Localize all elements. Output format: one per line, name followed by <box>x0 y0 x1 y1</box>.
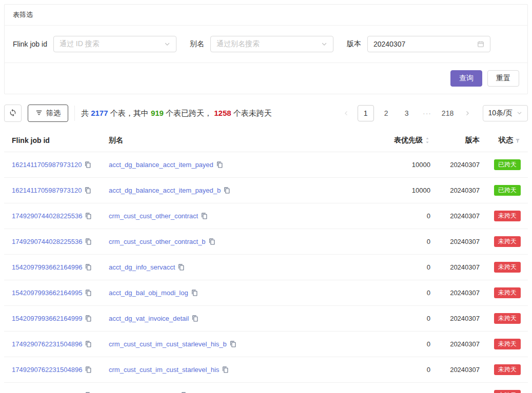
table-row: 1542097993662164996 acct_dg_info_servacc… <box>4 255 528 280</box>
page-item[interactable]: 218 <box>440 105 456 121</box>
flink-job-id-link[interactable]: 1749290744028225536 <box>12 238 82 245</box>
alias-link[interactable]: crm_cust_cust_im_cust_starlevel_his_b <box>109 340 227 348</box>
toolbar-pagination-area: 123···218 10条/页 <box>339 105 528 121</box>
table-row: 1749290762231504896 crm_cust_cust_im_cus… <box>4 332 528 357</box>
total-count: 2177 <box>91 109 108 117</box>
table-row: 1749290762231504896 crm_cust_cust_im_cus… <box>4 357 528 383</box>
header-status[interactable]: 状态 <box>484 129 528 152</box>
prev-page-icon[interactable] <box>339 105 353 121</box>
table-row: 1621411705987973120 acct_dg_balance_acct… <box>4 178 528 203</box>
alias-link[interactable]: acct_dg_bal_obj_modi_log <box>109 289 188 297</box>
flink-job-id-link[interactable]: 1542097993662164996 <box>12 263 82 271</box>
page-item[interactable]: ··· <box>419 105 436 121</box>
alias-link[interactable]: crm_cust_cust_other_contract_b <box>109 238 206 245</box>
filter-funnel-icon[interactable] <box>515 138 521 144</box>
header-priority[interactable]: 表优先级 <box>373 129 435 152</box>
copy-icon[interactable] <box>85 161 91 168</box>
chevron-down-icon <box>517 109 522 117</box>
flink-job-id-link[interactable]: 1749290744028225536 <box>12 212 82 220</box>
priority-cell: 0 <box>373 332 435 357</box>
status-badge: 未跨天 <box>494 339 521 349</box>
copy-icon[interactable] <box>230 341 237 347</box>
version-date-input[interactable]: 20240307 <box>367 36 490 52</box>
status-badge: 未跨天 <box>494 390 521 393</box>
copy-icon[interactable] <box>85 264 92 271</box>
copy-icon[interactable] <box>85 341 92 347</box>
version-cell: 20240307 <box>435 203 484 229</box>
flink-job-id-link[interactable]: 1542097993662164999 <box>12 315 82 322</box>
next-page-icon[interactable] <box>460 105 475 121</box>
page-size-select[interactable]: 10条/页 <box>483 105 528 121</box>
alias-link[interactable]: crm_cust_cust_other_contract <box>109 212 198 220</box>
alias-link[interactable]: acct_dg_balance_acct_item_payed <box>109 161 213 169</box>
table-row: 1749290866069889024 acct_dg_staff_oper_l… <box>4 383 528 393</box>
flink-job-id-link[interactable]: 1621411705987973120 <box>12 161 82 169</box>
copy-icon[interactable] <box>85 213 92 219</box>
filter-card-title: 表筛选 <box>5 5 527 26</box>
version-cell: 20240307 <box>435 383 484 393</box>
copy-icon[interactable] <box>222 366 229 373</box>
alias-select[interactable]: 通过别名搜索 <box>210 36 333 52</box>
alias-link[interactable]: acct_dg_vat_invoice_detail <box>109 315 189 322</box>
reset-button[interactable]: 重置 <box>487 70 519 87</box>
alias-link[interactable]: crm_cust_cust_im_cust_starlevel_his <box>109 366 219 374</box>
status-cell: 未跨天 <box>484 280 528 306</box>
version-cell: 20240307 <box>435 229 484 255</box>
page-item[interactable]: 2 <box>378 105 395 121</box>
status-cell: 未跨天 <box>484 229 528 255</box>
filter-lines-icon <box>35 109 43 118</box>
status-cell: 未跨天 <box>484 383 528 393</box>
sort-icon[interactable] <box>424 137 430 144</box>
flink-job-id-link[interactable]: 1749290762231504896 <box>12 366 82 374</box>
flink-job-id-link[interactable]: 1542097993662164995 <box>12 289 82 297</box>
alias-link[interactable]: acct_dg_balance_acct_item_payed_b <box>109 187 221 194</box>
copy-icon[interactable] <box>85 289 92 296</box>
summary-text: 共 2177 个表，其中 919 个表已跨天， 1258 个表未跨天 <box>81 109 272 118</box>
alias-link[interactable]: acct_dg_info_servacct <box>109 263 175 271</box>
copy-icon[interactable] <box>178 264 185 271</box>
priority-cell: 0 <box>373 280 435 306</box>
version-cell: 20240307 <box>435 332 484 357</box>
flink-job-id-link[interactable]: 1749290762231504896 <box>12 340 82 348</box>
status-badge: 未跨天 <box>494 211 521 221</box>
copy-icon[interactable] <box>224 187 230 194</box>
status-cell: 未跨天 <box>484 332 528 357</box>
chevron-down-icon <box>321 41 327 47</box>
page-item[interactable]: 3 <box>399 105 415 121</box>
chevron-down-icon <box>164 41 170 47</box>
page-item[interactable]: 1 <box>358 105 374 121</box>
copy-icon[interactable] <box>191 289 198 296</box>
copy-icon[interactable] <box>209 238 215 245</box>
flink-job-id-field: Flink job id 通过 ID 搜索 <box>13 36 176 52</box>
copy-icon[interactable] <box>85 238 92 245</box>
status-badge: 未跨天 <box>494 262 521 273</box>
copy-icon[interactable] <box>85 187 91 194</box>
status-badge: 未跨天 <box>494 287 521 298</box>
priority-cell: 0 <box>373 255 435 280</box>
status-cell: 已跨天 <box>484 152 528 178</box>
alias-label: 别名 <box>190 39 204 49</box>
flink-job-id-select[interactable]: 通过 ID 搜索 <box>53 36 176 52</box>
query-button[interactable]: 查询 <box>450 70 482 87</box>
status-badge: 未跨天 <box>494 236 521 247</box>
refresh-button[interactable] <box>4 105 22 122</box>
page: 表筛选 Flink job id 通过 ID 搜索 别名 通过别名搜索 <box>0 0 532 393</box>
flink-job-id-link[interactable]: 1621411705987973120 <box>12 187 82 194</box>
version-cell: 20240307 <box>435 357 484 383</box>
version-label: 版本 <box>347 39 361 49</box>
priority-cell: 0 <box>373 383 435 393</box>
copy-icon[interactable] <box>216 161 223 168</box>
filter-toggle-button[interactable]: 筛选 <box>28 105 68 122</box>
uncrossed-count: 1258 <box>214 109 231 117</box>
status-cell: 未跨天 <box>484 255 528 280</box>
status-badge: 未跨天 <box>494 364 521 375</box>
header-version: 版本 <box>435 129 484 152</box>
version-cell: 20240307 <box>435 178 484 203</box>
refresh-icon <box>9 109 17 118</box>
copy-icon[interactable] <box>192 315 199 322</box>
copy-icon[interactable] <box>85 315 92 322</box>
copy-icon[interactable] <box>85 366 92 373</box>
header-flink-job-id: Flink job id <box>4 129 105 152</box>
copy-icon[interactable] <box>201 213 208 219</box>
summary-part: 个表，其中 <box>108 109 151 117</box>
